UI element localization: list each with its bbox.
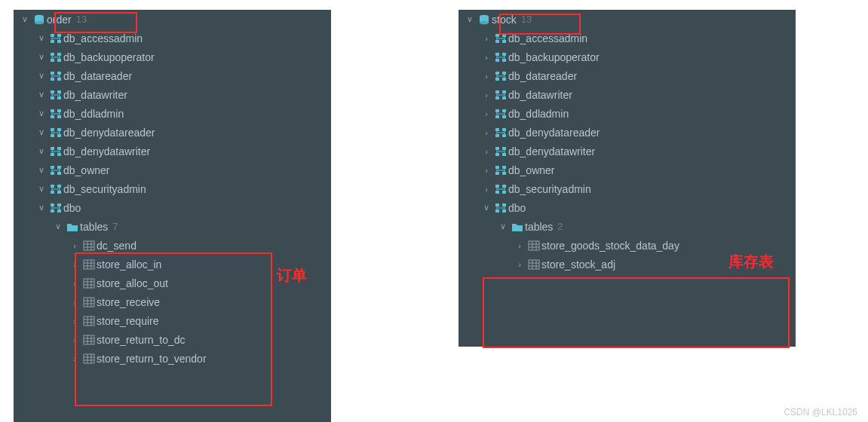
db-name-label: stock: [492, 14, 517, 26]
chevron-down-icon: ∨: [35, 184, 48, 194]
tables-folder[interactable]: ∨ tables 7: [14, 217, 331, 236]
schema-item[interactable]: ›db_ddladmin: [459, 104, 796, 123]
schema-item[interactable]: ∨db_accessadmin: [14, 29, 331, 47]
db-count-badge: 13: [76, 14, 87, 25]
schema-label: dbo: [63, 202, 81, 214]
schema-item[interactable]: ›db_denydatareader: [459, 123, 796, 142]
schema-item[interactable]: ∨db_securityadmin: [14, 179, 331, 198]
schema-label: db_datareader: [508, 70, 577, 82]
chevron-right-icon: ›: [480, 109, 493, 118]
table-icon: [81, 259, 97, 270]
schema-dbo[interactable]: ∨ dbo: [459, 198, 796, 217]
svg-rect-7: [51, 53, 54, 56]
schema-label: db_backupoperator: [63, 51, 155, 63]
svg-rect-102: [502, 128, 506, 131]
schema-icon: [493, 109, 508, 119]
folder-label: tables: [525, 221, 553, 233]
tree-root-stock[interactable]: ∨ stock 13: [459, 10, 796, 29]
schema-icon: [48, 165, 63, 176]
schema-item[interactable]: ›db_datawriter: [459, 85, 796, 104]
chevron-down-icon: ∨: [35, 71, 48, 81]
svg-rect-4: [57, 34, 61, 37]
svg-rect-11: [51, 72, 54, 75]
db-count-badge: 13: [521, 14, 532, 25]
schema-item[interactable]: ›db_securityadmin: [459, 179, 796, 198]
tables-folder[interactable]: ∨ tables 2: [459, 217, 796, 236]
schema-item[interactable]: ∨db_denydatareader: [14, 123, 331, 142]
schema-item[interactable]: ∨db_owner: [14, 161, 331, 179]
svg-rect-116: [502, 191, 506, 194]
svg-rect-113: [495, 185, 499, 188]
svg-rect-114: [502, 185, 506, 188]
table-item[interactable]: ›dc_send: [14, 236, 331, 255]
table-item[interactable]: ›store_return_to_dc: [14, 330, 331, 349]
chevron-right-icon: ›: [68, 335, 81, 344]
svg-rect-23: [51, 128, 54, 131]
svg-rect-38: [57, 191, 61, 194]
svg-rect-42: [57, 209, 61, 213]
schema-label: db_datawriter: [63, 89, 127, 101]
schema-icon: [48, 146, 63, 157]
svg-rect-9: [51, 59, 54, 62]
schema-item[interactable]: ›db_datareader: [459, 66, 796, 85]
chevron-down-icon: ∨: [35, 90, 48, 99]
svg-rect-104: [502, 134, 506, 137]
chevron-down-icon: ∨: [51, 222, 65, 231]
svg-rect-3: [51, 34, 54, 37]
svg-rect-112: [502, 172, 506, 175]
svg-rect-99: [495, 115, 499, 118]
svg-rect-27: [51, 147, 54, 150]
svg-rect-120: [502, 209, 506, 213]
svg-rect-37: [51, 191, 54, 194]
svg-rect-48: [84, 260, 94, 269]
svg-rect-10: [57, 59, 61, 62]
svg-rect-89: [495, 72, 499, 75]
schema-label: db_owner: [508, 164, 555, 176]
table-item[interactable]: ›store_require: [14, 311, 331, 330]
schema-icon: [48, 71, 63, 81]
table-item[interactable]: ›store_return_to_vendor: [14, 349, 331, 368]
table-label: store_alloc_in: [97, 258, 161, 271]
svg-rect-119: [495, 209, 499, 213]
chevron-down-icon: ∨: [35, 52, 48, 62]
schema-label: db_ddladmin: [508, 108, 569, 120]
svg-rect-34: [57, 172, 61, 175]
schema-icon: [48, 109, 63, 119]
schema-item[interactable]: ›db_accessadmin: [459, 29, 796, 47]
svg-rect-105: [495, 147, 499, 150]
tree-root-order[interactable]: ∨ order 13: [14, 10, 331, 29]
schema-label: dbo: [508, 202, 526, 214]
table-item[interactable]: ›store_receive: [14, 292, 331, 311]
svg-rect-98: [502, 109, 506, 112]
svg-rect-18: [57, 96, 61, 99]
svg-rect-82: [502, 34, 506, 37]
svg-rect-31: [51, 166, 54, 169]
schema-icon: [48, 90, 63, 100]
svg-rect-12: [57, 72, 61, 75]
table-icon: [81, 316, 97, 326]
chevron-right-icon: ›: [68, 354, 81, 363]
svg-rect-22: [57, 115, 61, 118]
schema-label: db_ddladmin: [63, 108, 124, 120]
schema-item[interactable]: ∨db_ddladmin: [14, 104, 331, 123]
schema-item[interactable]: ›db_backupoperator: [459, 47, 796, 66]
db-name-label: order: [47, 14, 72, 26]
table-icon: [81, 353, 97, 364]
chevron-right-icon: ›: [480, 34, 493, 43]
schema-item[interactable]: ›db_owner: [459, 161, 796, 179]
schema-item[interactable]: ∨db_backupoperator: [14, 47, 331, 66]
schema-dbo[interactable]: ∨ dbo: [14, 198, 331, 217]
svg-rect-111: [495, 172, 499, 175]
svg-rect-117: [495, 203, 499, 206]
schema-item[interactable]: ›db_denydatawriter: [459, 142, 796, 161]
table-label: dc_send: [97, 240, 136, 252]
annotation-stock: 库存表: [728, 252, 774, 272]
schema-icon: [493, 90, 508, 100]
svg-rect-5: [51, 40, 54, 43]
svg-rect-101: [495, 128, 499, 131]
schema-item[interactable]: ∨db_denydatawriter: [14, 142, 331, 161]
svg-rect-8: [57, 53, 61, 56]
schema-item[interactable]: ∨db_datareader: [14, 66, 331, 85]
svg-rect-95: [495, 96, 499, 99]
schema-item[interactable]: ∨db_datawriter: [14, 85, 331, 104]
